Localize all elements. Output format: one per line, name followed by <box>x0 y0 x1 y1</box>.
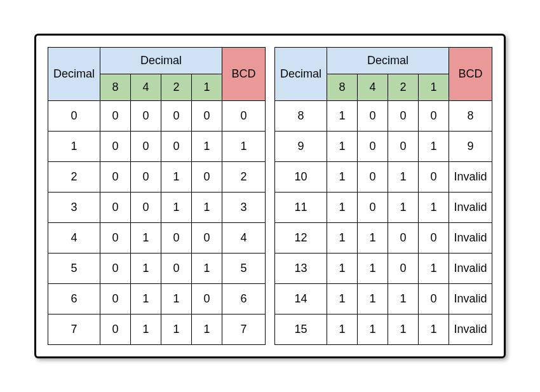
table-row: 131101Invalid <box>275 253 492 284</box>
cell-bit: 0 <box>192 162 222 193</box>
cell-bit: 0 <box>388 132 419 162</box>
cell-bit: 1 <box>192 132 222 162</box>
cell-bcd: 9 <box>449 132 492 162</box>
header-weight-2: 2 <box>161 74 192 101</box>
table-row: 200102 <box>48 162 266 193</box>
header-weight-4: 4 <box>358 74 388 101</box>
table-row: 141110Invalid <box>275 284 492 314</box>
table-body-left: 0000001000112001023001134010045010156011… <box>48 101 266 345</box>
cell-bcd: Invalid <box>449 253 492 284</box>
cell-bit: 1 <box>327 284 358 314</box>
cell-decimal: 11 <box>275 193 327 223</box>
cell-bit: 0 <box>419 223 449 253</box>
header-decimal: Decimal <box>275 48 327 101</box>
cell-bit: 0 <box>161 132 192 162</box>
cell-bcd: 8 <box>449 101 492 132</box>
cell-bit: 1 <box>358 314 388 345</box>
header-weights-group: Decimal <box>100 48 222 74</box>
bcd-table-left: Decimal Decimal BCD 8 4 2 1 000000100011… <box>48 47 266 345</box>
cell-bit: 0 <box>100 193 131 223</box>
cell-decimal: 8 <box>275 101 327 132</box>
cell-decimal: 1 <box>48 132 100 162</box>
cell-bcd: Invalid <box>449 223 492 253</box>
cell-decimal: 7 <box>48 314 100 345</box>
cell-bit: 0 <box>100 101 131 132</box>
cell-bcd: 1 <box>222 132 266 162</box>
cell-bit: 0 <box>388 253 419 284</box>
cell-bit: 1 <box>131 223 161 253</box>
cell-bit: 0 <box>100 223 131 253</box>
cell-bit: 1 <box>419 132 449 162</box>
table-row: 111011Invalid <box>275 193 492 223</box>
cell-bit: 1 <box>419 314 449 345</box>
header-bcd: BCD <box>222 48 266 101</box>
cell-bit: 0 <box>100 132 131 162</box>
table-body-right: 810008910019101010Invalid111011Invalid12… <box>275 101 492 345</box>
cell-bit: 0 <box>100 284 131 314</box>
cell-bit: 0 <box>131 193 161 223</box>
table-row: 100011 <box>48 132 266 162</box>
cell-bit: 1 <box>192 253 222 284</box>
cell-bit: 1 <box>131 253 161 284</box>
cell-decimal: 2 <box>48 162 100 193</box>
cell-bit: 1 <box>419 193 449 223</box>
table-row: 151111Invalid <box>275 314 492 345</box>
cell-decimal: 4 <box>48 223 100 253</box>
cell-bcd: 7 <box>222 314 266 345</box>
cell-bit: 0 <box>100 314 131 345</box>
cell-bit: 0 <box>161 253 192 284</box>
cell-bit: 1 <box>327 162 358 193</box>
table-row: 910019 <box>275 132 492 162</box>
header-weight-4: 4 <box>131 74 161 101</box>
cell-bcd: 2 <box>222 162 266 193</box>
cell-bit: 1 <box>388 314 419 345</box>
cell-bit: 1 <box>327 223 358 253</box>
cell-bit: 0 <box>131 101 161 132</box>
cell-bit: 1 <box>327 132 358 162</box>
cell-bit: 0 <box>419 284 449 314</box>
cell-bcd: 6 <box>222 284 266 314</box>
cell-decimal: 15 <box>275 314 327 345</box>
cell-bit: 0 <box>192 101 222 132</box>
cell-bit: 1 <box>327 101 358 132</box>
cell-bit: 1 <box>388 162 419 193</box>
cell-bit: 1 <box>388 284 419 314</box>
header-weight-8: 8 <box>100 74 131 101</box>
cell-bit: 1 <box>161 193 192 223</box>
cell-bit: 0 <box>100 253 131 284</box>
bcd-table-right: Decimal Decimal BCD 8 4 2 1 810008910019… <box>274 47 492 345</box>
cell-bit: 1 <box>161 314 192 345</box>
header-decimal: Decimal <box>48 48 100 101</box>
table-row: 601106 <box>48 284 266 314</box>
cell-bit: 0 <box>358 132 388 162</box>
cell-decimal: 12 <box>275 223 327 253</box>
cell-bcd: Invalid <box>449 162 492 193</box>
cell-bcd: Invalid <box>449 193 492 223</box>
header-weights-group: Decimal <box>327 48 449 74</box>
cell-bit: 1 <box>131 284 161 314</box>
header-weight-1: 1 <box>192 74 222 101</box>
cell-bit: 1 <box>192 193 222 223</box>
cell-bit: 0 <box>192 223 222 253</box>
cell-bit: 1 <box>419 253 449 284</box>
cell-decimal: 13 <box>275 253 327 284</box>
cell-bit: 0 <box>388 223 419 253</box>
cell-bit: 0 <box>100 162 131 193</box>
cell-decimal: 14 <box>275 284 327 314</box>
table-row: 401004 <box>48 223 266 253</box>
cell-decimal: 9 <box>275 132 327 162</box>
cell-bcd: 3 <box>222 193 266 223</box>
table-row: 121100Invalid <box>275 223 492 253</box>
cell-bit: 1 <box>358 253 388 284</box>
cell-bit: 0 <box>161 101 192 132</box>
cell-bit: 0 <box>419 101 449 132</box>
table-row: 701117 <box>48 314 266 345</box>
cell-bit: 0 <box>161 223 192 253</box>
table-row: 101010Invalid <box>275 162 492 193</box>
cell-bcd: Invalid <box>449 314 492 345</box>
header-weight-1: 1 <box>419 74 449 101</box>
cell-bcd: 5 <box>222 253 266 284</box>
cell-bit: 1 <box>358 223 388 253</box>
cell-decimal: 10 <box>275 162 327 193</box>
cell-bit: 0 <box>419 162 449 193</box>
